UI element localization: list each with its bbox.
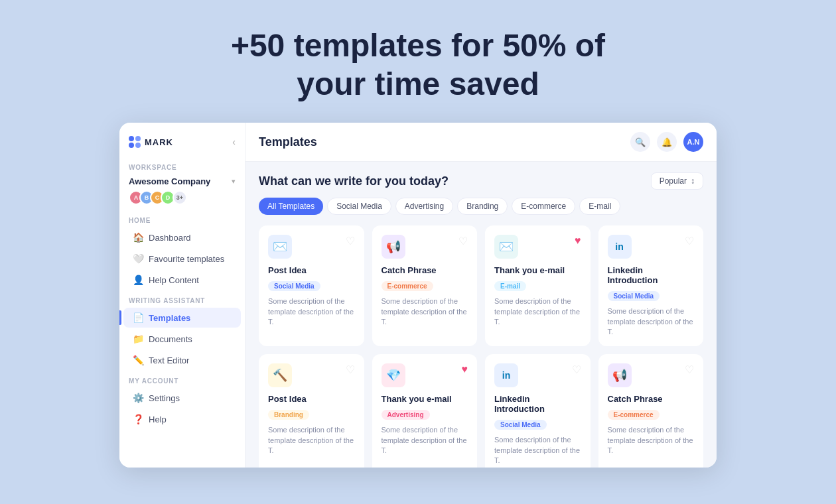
card-icon-megaphone: 📢 <box>382 235 405 259</box>
content-area: What can we write for you today? Popular… <box>245 162 717 468</box>
filter-tab-ecommerce[interactable]: E-commerce <box>512 198 575 215</box>
sort-icon: ↕ <box>691 176 695 186</box>
sidebar-item-settings-label: Settings <box>149 393 180 403</box>
workspace-chevron-icon[interactable]: ▾ <box>232 177 236 186</box>
notification-icon-button[interactable]: 🔔 <box>657 132 677 152</box>
heart-button-7[interactable]: ♡ <box>572 363 581 376</box>
workspace-row: Awesome Company ▾ <box>119 174 245 190</box>
heart-button-3[interactable]: ♥ <box>575 235 581 247</box>
card-badge-1: Social Media <box>268 281 320 291</box>
sidebar-item-dashboard-label: Dashboard <box>149 233 191 243</box>
heart-button-4[interactable]: ♡ <box>685 235 694 247</box>
card-desc-6: Some description of the template descrip… <box>382 425 468 456</box>
sidebar-item-help-content-label: Help Content <box>149 275 199 285</box>
template-card-linkedin-2[interactable]: in ♡ Linkedin Introduction Social Media … <box>485 354 591 468</box>
sidebar-item-dashboard[interactable]: 🏠 Dashboard <box>123 227 241 247</box>
sidebar-item-templates[interactable]: 📄 Templates <box>123 308 241 328</box>
card-title-7: Linkedin Introduction <box>494 394 581 414</box>
folder-icon: 📁 <box>133 334 143 344</box>
sidebar-item-settings[interactable]: ⚙️ Settings <box>123 388 241 408</box>
card-icon-linkedin-2: in <box>494 363 518 387</box>
topbar-icons: 🔍 🔔 A.N <box>630 132 703 152</box>
template-card-catch-phrase-2[interactable]: 📢 ♡ Catch Phrase E-commerce Some descrip… <box>598 354 704 468</box>
content-header: What can we write for you today? Popular… <box>259 172 703 190</box>
heart-button-5[interactable]: ♡ <box>346 363 355 376</box>
document-icon: 📄 <box>133 312 143 323</box>
sort-label: Popular <box>660 176 687 186</box>
sidebar-item-help-content[interactable]: 👤 Help Content <box>123 270 241 290</box>
template-card-post-idea-2[interactable]: 🔨 ♡ Post Idea Branding Some description … <box>259 354 364 468</box>
home-icon: 🏠 <box>133 232 143 243</box>
home-section-label: HOME <box>119 210 245 227</box>
card-desc-2: Some description of the template descrip… <box>382 296 468 327</box>
sidebar-item-templates-label: Templates <box>149 313 190 323</box>
question-icon: ❓ <box>133 414 143 424</box>
writing-section-label: WRITING ASSISTANT <box>119 290 245 307</box>
user-icon: 👤 <box>133 275 143 285</box>
cards-row-1: ✉️ ♡ Post Idea Social Media Some descrip… <box>259 225 703 346</box>
workspace-name: Awesome Company <box>129 176 210 186</box>
card-badge-8: E-commerce <box>608 410 660 420</box>
filter-tab-advertising[interactable]: Advertising <box>395 198 453 215</box>
card-icon-teal-email: ✉️ <box>494 235 518 259</box>
heart-button-8[interactable]: ♡ <box>685 363 694 376</box>
heart-button-2[interactable]: ♡ <box>458 235 468 247</box>
card-title-4: Linkedin Introduction <box>608 265 695 285</box>
sidebar-item-favourite-label: Favourite templates <box>149 254 224 264</box>
template-card-linkedin-1[interactable]: in ♡ Linkedin Introduction Social Media … <box>598 225 704 346</box>
content-heading: What can we write for you today? <box>259 174 449 188</box>
account-section-label: MY ACCOUNT <box>119 371 245 387</box>
card-badge-2: E-commerce <box>382 281 433 291</box>
sidebar-item-text-editor-label: Text Editor <box>149 355 189 365</box>
user-avatar[interactable]: A.N <box>683 132 703 152</box>
sidebar-collapse-icon[interactable]: ‹ <box>232 137 236 147</box>
page-title: Templates <box>259 135 317 149</box>
card-badge-5: Branding <box>268 410 309 420</box>
sidebar-logo: MARK ‹ <box>119 133 245 157</box>
card-desc-3: Some description of the template descrip… <box>494 296 581 327</box>
sidebar-item-help[interactable]: ❓ Help <box>123 409 241 429</box>
card-badge-4: Social Media <box>608 291 660 301</box>
workspace-section-label: WORKSPACE <box>119 157 245 174</box>
card-badge-6: Advertising <box>382 410 430 420</box>
card-desc-7: Some description of the template descrip… <box>494 435 581 466</box>
card-badge-3: E-mail <box>494 281 526 291</box>
filter-tab-all[interactable]: All Templates <box>259 198 323 215</box>
template-card-post-idea-1[interactable]: ✉️ ♡ Post Idea Social Media Some descrip… <box>259 225 364 346</box>
heart-button-1[interactable]: ♡ <box>346 235 355 247</box>
card-desc-5: Some description of the template descrip… <box>268 425 355 456</box>
hero-title: +50 templates for 50% of your time saved <box>231 27 605 103</box>
template-card-catch-phrase-1[interactable]: 📢 ♡ Catch Phrase E-commerce Some descrip… <box>372 225 478 346</box>
main-content: Templates 🔍 🔔 A.N What can we write for … <box>245 123 717 468</box>
card-desc-4: Some description of the template descrip… <box>608 306 695 337</box>
card-title-6: Thank you e-mail <box>382 394 468 404</box>
sort-button[interactable]: Popular ↕ <box>651 172 703 190</box>
sidebar-item-help-label: Help <box>149 414 167 424</box>
card-icon-hammer: 🔨 <box>268 363 292 387</box>
card-icon-linkedin: in <box>608 235 632 259</box>
heart-button-6[interactable]: ♥ <box>462 363 468 375</box>
sidebar-item-text-editor[interactable]: ✏️ Text Editor <box>123 350 241 370</box>
card-desc-1: Some description of the template descrip… <box>268 296 355 327</box>
sidebar-item-favourite[interactable]: 🤍 Favourite templates <box>123 249 241 269</box>
avatar-more: 3+ <box>173 190 187 205</box>
template-card-thank-you-1[interactable]: ✉️ ♥ Thank you e-mail E-mail Some descri… <box>485 225 591 346</box>
sidebar: MARK ‹ WORKSPACE Awesome Company ▾ A B C… <box>119 123 245 468</box>
sidebar-item-documents[interactable]: 📁 Documents <box>123 329 241 349</box>
app-window: MARK ‹ WORKSPACE Awesome Company ▾ A B C… <box>119 123 717 468</box>
card-desc-8: Some description of the template descrip… <box>608 425 695 456</box>
filter-tabs: All Templates Social Media Advertising B… <box>259 198 703 215</box>
card-title-5: Post Idea <box>268 394 355 404</box>
filter-tab-email[interactable]: E-mail <box>579 198 620 215</box>
card-badge-7: Social Media <box>494 420 547 430</box>
topbar: Templates 🔍 🔔 A.N <box>245 123 717 162</box>
template-card-thank-you-2[interactable]: 💎 ♥ Thank you e-mail Advertising Some de… <box>372 354 478 468</box>
card-title-8: Catch Phrase <box>608 394 695 404</box>
card-icon-gem: 💎 <box>382 363 405 387</box>
filter-tab-social[interactable]: Social Media <box>327 198 391 215</box>
filter-tab-branding[interactable]: Branding <box>457 198 508 215</box>
card-icon-email: ✉️ <box>268 235 292 259</box>
search-icon-button[interactable]: 🔍 <box>630 132 650 152</box>
gear-icon: ⚙️ <box>133 393 143 403</box>
card-title-2: Catch Phrase <box>382 265 468 275</box>
